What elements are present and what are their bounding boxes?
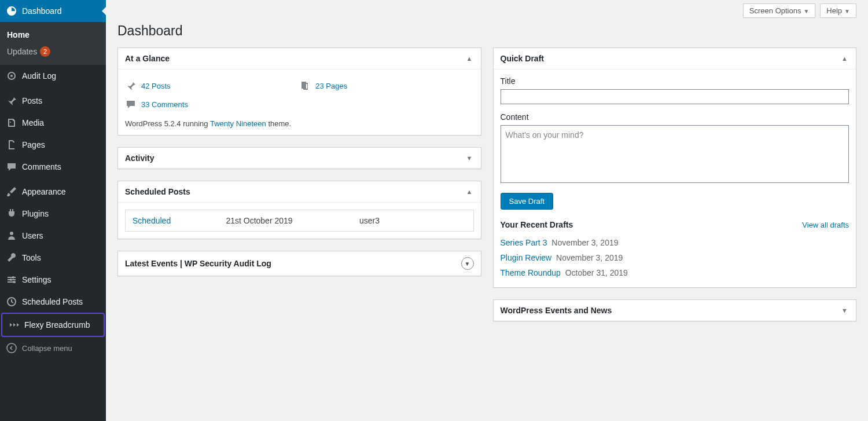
highlighted-menu-item: Flexy Breadcrumb bbox=[1, 313, 105, 337]
svg-point-2 bbox=[10, 122, 11, 123]
expand-panel-icon[interactable]: ▼ bbox=[840, 306, 849, 315]
sidebar-item-label: Comments bbox=[22, 162, 61, 171]
recent-drafts-heading: Your Recent Drafts bbox=[501, 220, 573, 229]
sidebar-item-settings[interactable]: Settings bbox=[0, 269, 106, 291]
dashboard-icon bbox=[6, 5, 17, 17]
scheduled-posts-box: Scheduled Posts ▲ Scheduled 21st October… bbox=[117, 181, 481, 239]
sidebar-item-posts[interactable]: Posts bbox=[0, 90, 106, 112]
svg-point-5 bbox=[10, 279, 12, 281]
sidebar-item-label: Dashboard bbox=[22, 6, 62, 16]
sidebar-item-label: Pages bbox=[22, 140, 45, 149]
posts-link[interactable]: 42 Posts bbox=[141, 82, 171, 90]
theme-link[interactable]: Twenty Nineteen bbox=[210, 119, 266, 128]
svg-point-8 bbox=[7, 343, 16, 353]
sidebar-item-label: Tools bbox=[22, 253, 41, 262]
save-draft-button[interactable]: Save Draft bbox=[501, 193, 553, 210]
screen-options-button[interactable]: Screen Options▼ bbox=[743, 3, 816, 18]
draft-date: November 3, 2019 bbox=[551, 238, 618, 247]
comments-link[interactable]: 33 Comments bbox=[141, 100, 188, 109]
expand-panel-icon[interactable]: ▼ bbox=[465, 153, 474, 163]
collapse-panel-icon[interactable]: ▲ bbox=[465, 54, 474, 63]
latest-events-box: Latest Events | WP Security Audit Log ▼ bbox=[117, 251, 481, 276]
glance-posts: 42 Posts bbox=[125, 76, 299, 95]
circle-expand-button[interactable]: ▼ bbox=[461, 257, 474, 270]
sidebar-item-flexy-breadcrumb[interactable]: Flexy Breadcrumb bbox=[2, 314, 104, 336]
sidebar-item-label: Audit Log bbox=[22, 71, 56, 80]
pages-icon bbox=[299, 80, 311, 91]
draft-link[interactable]: Plugin Review bbox=[501, 253, 552, 262]
sidebar-item-dashboard[interactable]: Dashboard bbox=[0, 0, 106, 22]
events-news-box: WordPress Events and News ▼ bbox=[493, 299, 857, 321]
svg-point-3 bbox=[10, 232, 13, 235]
quick-draft-title: Quick Draft bbox=[501, 54, 544, 63]
scheduled-user: user3 bbox=[359, 216, 466, 225]
wp-version-line: WordPress 5.2.4 running Twenty Nineteen … bbox=[125, 119, 474, 128]
sidebar-item-label: Posts bbox=[22, 96, 42, 105]
right-column: Quick Draft ▲ Title Content Save Draft Y… bbox=[493, 47, 857, 333]
wrench-icon bbox=[6, 252, 17, 263]
sidebar-item-appearance[interactable]: Appearance bbox=[0, 181, 106, 203]
comment-icon bbox=[6, 161, 17, 173]
left-column: At a Glance ▲ 42 Posts bbox=[117, 47, 481, 333]
svg-point-6 bbox=[13, 281, 16, 283]
quick-draft-box: Quick Draft ▲ Title Content Save Draft Y… bbox=[493, 47, 857, 288]
sidebar-item-label: Media bbox=[22, 118, 44, 127]
media-icon bbox=[6, 117, 17, 129]
at-a-glance-box: At a Glance ▲ 42 Posts bbox=[117, 47, 481, 136]
page-title: Dashboard bbox=[117, 18, 856, 47]
breadcrumb-icon bbox=[8, 319, 20, 331]
plug-icon bbox=[6, 208, 17, 219]
collapse-panel-icon[interactable]: ▲ bbox=[840, 54, 849, 63]
sidebar-subitem-updates[interactable]: Updates 2 bbox=[0, 43, 106, 60]
main-content: Screen Options▼ Help▼ Dashboard At a Gla… bbox=[106, 0, 868, 421]
svg-point-4 bbox=[12, 276, 14, 279]
brush-icon bbox=[6, 186, 17, 197]
list-item: Theme Roundup October 31, 2019 bbox=[501, 265, 849, 280]
pages-link[interactable]: 23 Pages bbox=[315, 82, 347, 90]
sidebar-subitem-home[interactable]: Home bbox=[0, 27, 106, 43]
content-label: Content bbox=[501, 112, 849, 122]
audit-log-icon bbox=[6, 70, 17, 82]
sidebar-item-tools[interactable]: Tools bbox=[0, 247, 106, 269]
draft-link[interactable]: Series Part 3 bbox=[501, 238, 547, 247]
collapse-panel-icon[interactable]: ▲ bbox=[465, 187, 474, 196]
activity-box: Activity ▼ bbox=[117, 147, 481, 169]
view-all-drafts-link[interactable]: View all drafts bbox=[802, 221, 849, 229]
draft-date: October 31, 2019 bbox=[565, 268, 628, 277]
activity-title: Activity bbox=[125, 153, 155, 163]
glance-comments: 33 Comments bbox=[125, 95, 299, 114]
draft-title-input[interactable] bbox=[501, 89, 849, 104]
sidebar-item-comments[interactable]: Comments bbox=[0, 156, 106, 178]
collapse-icon bbox=[6, 342, 17, 354]
sidebar-item-label: Users bbox=[22, 231, 43, 240]
sidebar-item-pages[interactable]: Pages bbox=[0, 134, 106, 156]
draft-date: November 3, 2019 bbox=[556, 253, 623, 262]
glance-pages: 23 Pages bbox=[299, 76, 473, 95]
title-label: Title bbox=[501, 76, 849, 86]
chevron-down-icon: ▼ bbox=[803, 8, 809, 14]
sidebar-item-plugins[interactable]: Plugins bbox=[0, 203, 106, 225]
table-row: Scheduled 21st October 2019 user3 bbox=[126, 210, 473, 231]
sliders-icon bbox=[6, 274, 17, 285]
dashboard-submenu: Home Updates 2 bbox=[0, 22, 106, 65]
page-icon bbox=[6, 139, 17, 151]
draft-content-textarea[interactable] bbox=[501, 125, 849, 183]
sidebar-item-media[interactable]: Media bbox=[0, 112, 106, 134]
draft-link[interactable]: Theme Roundup bbox=[501, 268, 561, 277]
pin-icon bbox=[6, 95, 17, 107]
scheduled-table: Scheduled 21st October 2019 user3 bbox=[125, 210, 474, 232]
sidebar-item-audit-log[interactable]: Audit Log bbox=[0, 65, 106, 87]
clock-icon bbox=[6, 296, 17, 307]
top-bar: Screen Options▼ Help▼ bbox=[117, 0, 856, 18]
sidebar-item-scheduled-posts[interactable]: Scheduled Posts bbox=[0, 291, 106, 313]
help-button[interactable]: Help▼ bbox=[820, 3, 856, 18]
sidebar-item-users[interactable]: Users bbox=[0, 225, 106, 247]
collapse-menu-button[interactable]: Collapse menu bbox=[0, 337, 106, 359]
sidebar-item-label: Appearance bbox=[22, 187, 66, 196]
at-a-glance-title: At a Glance bbox=[125, 54, 170, 63]
sidebar-item-label: Scheduled Posts bbox=[22, 297, 83, 306]
sidebar-item-label: Plugins bbox=[22, 209, 49, 218]
list-item: Plugin Review November 3, 2019 bbox=[501, 250, 849, 265]
chevron-down-icon: ▼ bbox=[844, 8, 850, 14]
scheduled-status-link[interactable]: Scheduled bbox=[133, 216, 171, 225]
